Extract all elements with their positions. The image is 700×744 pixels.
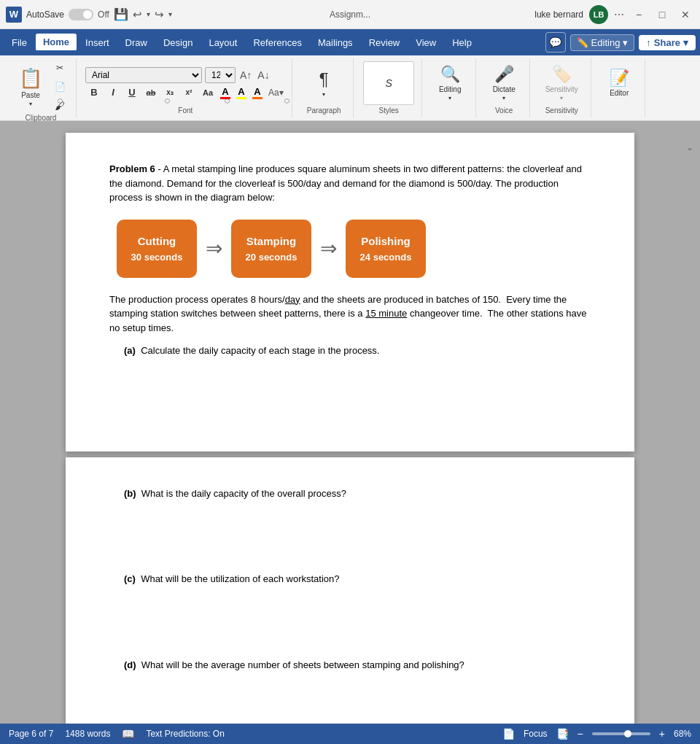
menu-references[interactable]: References — [246, 34, 308, 51]
autosave-toggle[interactable] — [69, 9, 93, 20]
ribbon: 📋 Paste ▾ ✂ 📄 🖌 Clipboard ⬡ Arial — [0, 55, 700, 121]
read-view-icon[interactable]: 📑 — [556, 728, 569, 740]
cut-btn[interactable]: ✂ — [50, 60, 70, 76]
close-btn[interactable]: ✕ — [677, 6, 694, 23]
process-diagram: Cutting 30 seconds ⇒ Stamping 20 seconds… — [117, 220, 591, 278]
increase-font-btn[interactable]: A↑ — [238, 69, 253, 81]
arrow-2: ⇒ — [320, 236, 337, 260]
editor-btn[interactable]: 📝 Editor — [603, 61, 635, 105]
change-case-btn[interactable]: Aa▾ — [266, 86, 286, 99]
zoom-slider[interactable] — [592, 732, 650, 735]
save-icon[interactable]: 💾 — [114, 7, 128, 21]
paragraph-chevron: ▾ — [322, 91, 325, 98]
font-expand[interactable]: ⬡ — [165, 98, 170, 104]
print-layout-icon[interactable]: 📄 — [502, 728, 515, 740]
editing-btn-ribbon[interactable]: 🔍 Editing ▾ — [434, 61, 466, 105]
strikethrough-btn[interactable]: ab — [142, 85, 160, 100]
share-label: Share — [654, 37, 680, 48]
doc-title: Assignm... — [178, 9, 522, 20]
cutting-title: Cutting — [138, 235, 176, 247]
toggle-knob — [83, 10, 92, 19]
dictate-btn[interactable]: 🎤 Dictate ▾ — [488, 61, 520, 105]
zoom-out-icon[interactable]: − — [578, 728, 583, 740]
title-bar-left: W AutoSave Off 💾 ↩ ▾ ↪ ▾ — [6, 7, 178, 23]
paragraph-expand[interactable]: ⬡ — [225, 98, 230, 104]
maximize-btn[interactable]: □ — [653, 6, 671, 23]
ribbon-paragraph-group: ¶ ▾ Paragraph ⬡ — [295, 58, 354, 117]
comments-btn[interactable]: 💬 — [545, 32, 566, 53]
menu-draw[interactable]: Draw — [118, 34, 155, 51]
menu-home[interactable]: Home — [36, 34, 77, 52]
ribbon-editing-group: 🔍 Editing ▾ — [425, 58, 476, 117]
italic-btn[interactable]: I — [104, 85, 122, 100]
cutting-subtitle: 30 seconds — [131, 252, 183, 263]
text-color-btn[interactable]: A — [252, 85, 263, 100]
paragraph-btn[interactable]: ¶ ▾ — [306, 61, 342, 105]
minimize-btn[interactable]: − — [630, 6, 648, 23]
ribbon-hide-icon[interactable]: ⋯ — [614, 9, 624, 20]
menu-file[interactable]: File — [4, 34, 34, 51]
day-underline: day — [285, 294, 300, 305]
question-a: (a) Calculate the daily capacity of each… — [124, 344, 591, 358]
styles-preview: S — [386, 77, 392, 89]
answer-space-b — [109, 506, 591, 572]
voice-label: Dictate — [493, 85, 516, 93]
proofread-icon[interactable]: 📖 — [122, 728, 134, 740]
autosave-label: AutoSave — [26, 9, 64, 20]
font-size-select[interactable]: 12 — [205, 67, 236, 83]
font-label: Font — [178, 106, 192, 116]
clipboard-content: 📋 Paste ▾ ✂ 📄 🖌 — [12, 60, 70, 114]
paragraph-content: ¶ ▾ — [306, 60, 342, 106]
paste-icon: 📋 — [19, 67, 42, 90]
question-b-label: (b) — [124, 488, 136, 499]
editing-mode-btn[interactable]: ✏️ Editing ▾ — [570, 34, 635, 51]
sensitivity-icon: 🏷️ — [552, 65, 572, 84]
menu-view[interactable]: View — [408, 34, 443, 51]
styles-content: S — [363, 60, 414, 106]
ribbon-font-group: Arial 12 A↑ A↓ B I U ab x₂ x² Aa — [79, 58, 292, 117]
menu-review[interactable]: Review — [362, 34, 408, 51]
sensitivity-btn[interactable]: 🏷️ Sensitivity ▾ — [545, 61, 578, 105]
menu-layout[interactable]: Layout — [201, 34, 244, 51]
styles-expand[interactable]: ⬡ — [284, 98, 289, 104]
polishing-title: Polishing — [361, 235, 411, 247]
polishing-subtitle: 24 seconds — [360, 252, 412, 263]
menu-mailings[interactable]: Mailings — [311, 34, 360, 51]
question-a-label: (a) — [124, 345, 136, 356]
decrease-font-btn[interactable]: A↓ — [256, 69, 271, 81]
copy-btn[interactable]: 📄 — [50, 79, 70, 95]
menu-insert[interactable]: Insert — [78, 34, 117, 51]
ribbon-expand-btn[interactable]: ⌄ — [682, 140, 697, 155]
underline-btn[interactable]: U — [123, 85, 141, 100]
ribbon-voice-group: 🎤 Dictate ▾ Voice — [479, 58, 530, 117]
bold-btn[interactable]: B — [85, 85, 103, 100]
editing-label: Editing — [591, 37, 621, 48]
sensitivity-group-label: Sensitivity — [545, 106, 578, 116]
body-text: The production process operates 8 hours/… — [109, 292, 591, 336]
highlight-btn[interactable]: A — [236, 85, 247, 100]
redo-btn[interactable]: ↪ — [155, 8, 164, 21]
redo-dropdown[interactable]: ▾ — [168, 10, 172, 18]
subscript-btn[interactable]: x₂ — [161, 85, 179, 100]
focus-label[interactable]: Focus — [524, 729, 548, 739]
clipboard-expand[interactable]: ⬡ — [58, 98, 63, 104]
word-count: 1488 words — [65, 729, 110, 739]
answer-space-d — [109, 678, 591, 724]
menu-help[interactable]: Help — [445, 34, 479, 51]
paste-btn[interactable]: 📋 Paste ▾ — [12, 65, 50, 109]
answer-space-c — [109, 592, 591, 658]
styles-btn[interactable]: S — [363, 61, 414, 105]
undo-btn[interactable]: ↩ — [133, 8, 142, 21]
toggle-state-label: Off — [98, 9, 109, 20]
undo-dropdown[interactable]: ▾ — [147, 10, 150, 18]
editing-ribbon-chevron: ▾ — [448, 95, 451, 101]
share-icon: ↑ — [646, 37, 651, 48]
font-name-select[interactable]: Arial — [85, 67, 202, 83]
question-a-text: Calculate the daily capacity of each sta… — [141, 345, 379, 356]
share-btn[interactable]: ↑ Share ▾ — [639, 35, 696, 50]
clear-format-btn[interactable]: Aa — [199, 85, 217, 100]
zoom-in-icon[interactable]: + — [659, 728, 665, 740]
superscript-btn[interactable]: x² — [180, 85, 198, 100]
editing-ribbon-label: Editing — [439, 85, 462, 93]
menu-design[interactable]: Design — [156, 34, 200, 51]
